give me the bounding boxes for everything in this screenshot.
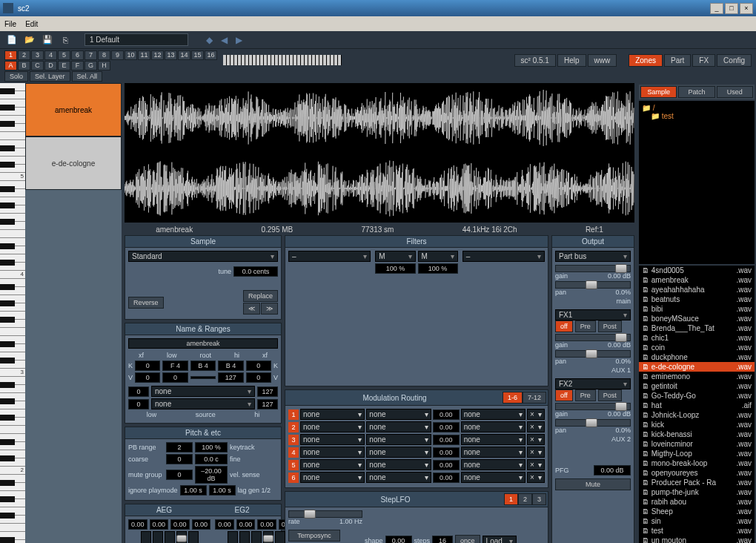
aeg-value[interactable]: 0.00 — [192, 519, 211, 530]
channel-button-14[interactable]: 14 — [178, 50, 190, 60]
part-tab[interactable]: Part — [664, 54, 691, 67]
layer-button-A[interactable]: A — [4, 61, 17, 70]
lfo-tab-3[interactable]: 3 — [532, 493, 546, 505]
aeg-slider[interactable] — [165, 531, 175, 543]
replace-button[interactable]: Replace — [243, 290, 278, 302]
channel-button-6[interactable]: 6 — [71, 50, 84, 60]
eg2-slider[interactable] — [275, 531, 285, 543]
browser-file-item[interactable]: 🗎 Producer Pack - Ra.wav — [639, 478, 755, 487]
eg2-value[interactable]: 0.00 — [215, 519, 234, 530]
nc1-low[interactable]: 0 — [128, 386, 149, 397]
pan-slider[interactable] — [555, 281, 631, 289]
pfg-value[interactable]: 0.00 dB — [594, 465, 631, 475]
filter3-m[interactable]: M▾ — [418, 251, 458, 262]
browser-file-item[interactable]: 🗎 Johnick-Loopz.wav — [639, 410, 755, 420]
browser-file-item[interactable]: 🗎 openyoureyes.wav — [639, 468, 755, 478]
mod-x-select[interactable]: ×▾ — [527, 447, 545, 458]
mini-keyboard[interactable] — [223, 55, 342, 65]
k-xf-low[interactable]: 0 — [135, 361, 160, 371]
k-hi[interactable]: B 4 — [218, 361, 243, 371]
layer-button-F[interactable]: F — [71, 61, 84, 70]
eg2-slider[interactable] — [239, 531, 250, 543]
browser-file-item[interactable]: 🗎 duckphone.wav — [639, 352, 755, 362]
browser-file-item[interactable]: 🗎 getintoit.wav — [639, 381, 755, 391]
fine-val[interactable]: 0.0 c — [195, 454, 228, 464]
mod-dest-select[interactable]: none▾ — [461, 409, 525, 420]
sel-layer-button[interactable]: Sel. Layer — [30, 71, 70, 82]
v-hi[interactable]: 127 — [218, 372, 243, 383]
browser-file-item[interactable]: 🗎 pump-the-junk.wav — [639, 487, 755, 497]
coarse-val[interactable]: 0 — [166, 454, 193, 464]
mod-x-select[interactable]: ×▾ — [527, 472, 545, 483]
reverse-button[interactable]: Reverse — [128, 297, 164, 309]
mod-src2-select[interactable]: none▾ — [366, 409, 431, 420]
eg2-value[interactable]: 0.00 — [257, 519, 276, 530]
mod-src-select[interactable]: none▾ — [300, 421, 365, 432]
mod-amount[interactable]: 0.00 — [433, 473, 460, 483]
menu-file[interactable]: File — [4, 20, 16, 28]
mod-x-select[interactable]: ×▾ — [527, 409, 545, 420]
lag1-val[interactable]: 1.00 s — [180, 485, 207, 496]
aeg-slider[interactable] — [176, 531, 187, 543]
layer-button-C[interactable]: C — [31, 61, 44, 70]
browser-file-item[interactable]: 🗎 hat.aif — [639, 401, 755, 410]
channel-button-15[interactable]: 15 — [191, 50, 204, 60]
channel-button-8[interactable]: 8 — [98, 50, 110, 60]
channel-button-13[interactable]: 13 — [165, 50, 177, 60]
help-button[interactable]: Help — [557, 54, 586, 67]
browser-file-item[interactable]: 🗎 rabih abou.wav — [639, 497, 755, 507]
zones-tab[interactable]: Zones — [629, 54, 663, 67]
browser-tab-sample[interactable]: Sample — [640, 86, 677, 98]
channel-button-5[interactable]: 5 — [58, 50, 70, 60]
filter1-type[interactable]: –▾ — [288, 251, 371, 262]
channel-button-7[interactable]: 7 — [84, 50, 97, 60]
mod-dest-select[interactable]: none▾ — [461, 459, 525, 470]
zone-item[interactable]: amenbreak — [25, 83, 122, 136]
mod-dest-select[interactable]: none▾ — [461, 472, 525, 483]
mute-button[interactable]: Mute — [555, 478, 631, 490]
browser-file-item[interactable]: 🗎 ayeahahhahaha.wav — [639, 285, 755, 294]
maximize-button[interactable]: □ — [725, 3, 738, 14]
sel-all-button[interactable]: Sel. All — [72, 71, 103, 82]
lag2-val[interactable]: 1.00 s — [209, 485, 236, 496]
preset-selector[interactable]: 1 Default — [84, 33, 188, 46]
eg2-slider[interactable] — [251, 531, 262, 543]
fx1-pre-button[interactable]: Pre — [575, 320, 596, 332]
channel-button-4[interactable]: 4 — [44, 50, 57, 60]
menu-edit[interactable]: Edit — [25, 20, 38, 28]
browser-file-item[interactable]: 🗎 beatnuts.wav — [639, 294, 755, 304]
mod-dest-select[interactable]: none▾ — [461, 447, 525, 458]
layer-button-E[interactable]: E — [58, 61, 70, 70]
channel-button-11[interactable]: 11 — [138, 50, 150, 60]
pb-pct-val[interactable]: 100 % — [195, 442, 228, 452]
fx2-post-button[interactable]: Post — [598, 389, 622, 401]
layer-button-D[interactable]: D — [44, 61, 57, 70]
zone-item[interactable]: e-de-cologne — [25, 136, 122, 190]
channel-button-1[interactable]: 1 — [4, 50, 17, 60]
tune-value[interactable]: 0.0 cents — [233, 266, 278, 277]
preset-up-icon[interactable]: ◀ — [218, 34, 230, 46]
v-root[interactable] — [190, 376, 216, 379]
mod-amount[interactable]: 0.00 — [433, 409, 460, 420]
mod-src-select[interactable]: none▾ — [300, 409, 365, 420]
channel-button-2[interactable]: 2 — [18, 50, 30, 60]
browser-file-item[interactable]: 🗎 sin.wav — [639, 516, 755, 526]
eg2-slider[interactable] — [263, 531, 273, 543]
sample-next-button[interactable]: ≫ — [261, 303, 278, 315]
nc1-source[interactable]: none▾ — [151, 386, 255, 397]
open-icon[interactable]: 📂 — [22, 33, 37, 47]
fx2-select[interactable]: FX2▾ — [555, 378, 631, 389]
browser-file-item[interactable]: 🗎 eminemono.wav — [639, 372, 755, 381]
output-bus-select[interactable]: Part bus▾ — [555, 251, 631, 262]
filter2-pct[interactable]: 100 % — [375, 263, 415, 274]
layer-button-H[interactable]: H — [98, 61, 110, 70]
fx1-post-button[interactable]: Post — [598, 320, 622, 332]
browser-file-item[interactable]: 🗎 coin.wav — [639, 343, 755, 352]
browser-file-item[interactable]: 🗎 bibi.wav — [639, 304, 755, 314]
channel-button-12[interactable]: 12 — [151, 50, 164, 60]
www-button[interactable]: www — [588, 54, 617, 67]
minimize-button[interactable]: _ — [710, 3, 723, 14]
browser-file-item[interactable]: 🗎 un mouton.wav — [639, 536, 755, 543]
k-root[interactable]: B 4 — [190, 361, 216, 371]
mod-dest-select[interactable]: none▾ — [461, 434, 525, 445]
